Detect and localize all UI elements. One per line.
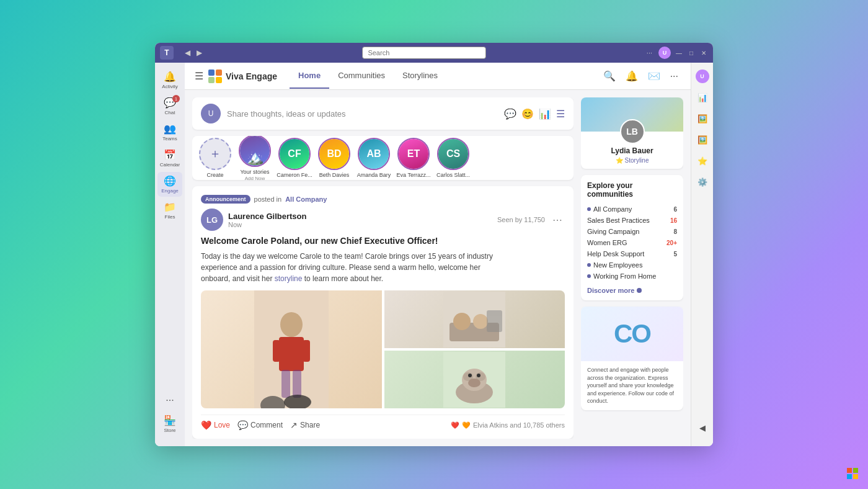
sidebar-store-button[interactable]: 🏪 Store — [157, 411, 182, 436]
story-create[interactable]: ＋ Create — [197, 138, 233, 179]
post-author-time: Now — [228, 221, 492, 228]
like-heart-2: 🧡 — [462, 421, 471, 429]
share-icon: ↗ — [290, 420, 298, 430]
communities-card: Explore your communities All Company 6 S… — [581, 175, 683, 300]
minimize-button[interactable]: — — [675, 48, 683, 57]
post-body-text2: experience and a passion for driving cul… — [201, 263, 480, 272]
feed-layout: U Share thoughts, ideas or updates 💬 😊 📊… — [185, 90, 691, 446]
right-icon-image2[interactable]: 🖼️ — [694, 131, 711, 148]
discover-more-dot — [637, 288, 642, 293]
more-options-nav[interactable]: ··· — [668, 68, 681, 84]
activity-label: Activity — [162, 84, 177, 89]
tab-home[interactable]: Home — [290, 63, 329, 89]
comment-button[interactable]: 💬 Comment — [237, 420, 283, 430]
profile-avatar: LB — [620, 119, 645, 144]
post-card: Announcement posted in All Company LG La… — [192, 186, 574, 439]
engage-icon: 🌐 — [164, 175, 176, 187]
eva-thumb: ET — [397, 138, 430, 170]
image-icon: 🖼️ — [698, 114, 707, 123]
messages-button[interactable]: ✉️ — [645, 68, 663, 84]
close-button[interactable]: ✕ — [699, 48, 708, 57]
files-label: Files — [165, 214, 175, 220]
discover-more-text: Discover more — [587, 287, 634, 294]
co-card: CO Connect and engage with people across… — [581, 307, 683, 410]
cameron-label: Cameron Fe... — [277, 172, 312, 179]
community-item-helpdesk[interactable]: Help Desk Support 5 — [587, 248, 677, 259]
notifications-button[interactable]: 🔔 — [623, 68, 640, 84]
maximize-button[interactable]: □ — [687, 48, 696, 57]
story-carlos[interactable]: CS Carlos Slatt... — [435, 138, 471, 179]
sidebar-item-activity[interactable]: 🔔 Activity — [157, 68, 182, 92]
post-storyline-link[interactable]: storyline — [275, 274, 303, 283]
create-story-button[interactable]: ＋ — [199, 138, 231, 170]
right-icon-image[interactable]: 🖼️ — [694, 110, 711, 127]
post-community-link[interactable]: All Company — [285, 195, 327, 203]
user-avatar[interactable]: U — [658, 47, 671, 59]
story-amanda[interactable]: AB Amanda Bary — [356, 138, 392, 179]
post-image-2 — [384, 290, 565, 348]
love-button[interactable]: ❤️ Love — [201, 420, 230, 430]
community-item-workingfromhome[interactable]: Working From Home — [587, 271, 677, 282]
sidebar-item-engage[interactable]: 🌐 Engage — [157, 172, 182, 197]
community-item-newemployees[interactable]: New Employees — [587, 259, 677, 271]
post-likes-text: Elvia Atkins and 10,785 others — [473, 421, 565, 429]
title-bar: T ◀ ▶ ··· U — □ ✕ — [155, 43, 713, 63]
carlos-label: Carlos Slatt... — [436, 172, 470, 179]
more-options-button[interactable]: ··· — [644, 48, 655, 58]
search-input[interactable] — [362, 47, 486, 59]
compose-box[interactable]: U Share thoughts, ideas or updates 💬 😊 📊… — [192, 97, 574, 130]
sidebar-more-button[interactable]: ··· — [157, 392, 182, 409]
right-icon-chart[interactable]: 📊 — [694, 89, 711, 106]
right-icon-settings[interactable]: ⚙️ — [694, 173, 711, 191]
post-more-options[interactable]: ⋯ — [550, 213, 565, 227]
compose-poll-icon[interactable]: 📊 — [539, 108, 551, 120]
tab-storylines[interactable]: Storylines — [394, 63, 446, 89]
compose-placeholder-text: Share thoughts, ideas or updates — [227, 109, 498, 119]
community-name-sales: Sales Best Practices — [587, 217, 650, 224]
ms-logo-blue — [847, 474, 852, 479]
search-button[interactable]: 🔍 — [601, 68, 618, 84]
discover-more-link[interactable]: Discover more — [587, 287, 677, 294]
story-beth[interactable]: BD Beth Davies — [316, 138, 352, 179]
post-body-text4: to learn more about her. — [304, 274, 383, 283]
sidebar-item-teams[interactable]: 👥 Teams — [157, 120, 182, 145]
community-item-women[interactable]: Women ERG 20+ — [587, 237, 677, 248]
post-body: Today is the day we welcome Carole to th… — [201, 251, 565, 284]
back-button[interactable]: ◀ — [182, 47, 193, 58]
community-name-giving: Giving Campaign — [587, 228, 639, 235]
forward-button[interactable]: ▶ — [194, 47, 205, 58]
compose-chat-icon[interactable]: 💬 — [504, 108, 516, 120]
post-title: Welcome Carole Poland, our new Chief Exe… — [201, 236, 565, 246]
svg-point-5 — [280, 312, 303, 337]
microsoft-logo — [847, 468, 858, 479]
svg-point-25 — [468, 379, 480, 387]
story-cameron[interactable]: CF Cameron Fe... — [277, 138, 312, 179]
story-your-stories[interactable]: 🏔️ Your stories Add Now — [237, 136, 273, 180]
community-item-sales[interactable]: Sales Best Practices 16 — [587, 215, 677, 226]
profile-storyline[interactable]: ⭐ Storyline — [586, 157, 678, 164]
tab-communities[interactable]: Communities — [329, 63, 394, 89]
eva-bg: ET — [399, 139, 428, 169]
compose-emoji-icon[interactable]: 😊 — [521, 108, 534, 120]
share-button[interactable]: ↗ Share — [290, 420, 320, 430]
svg-rect-1 — [216, 70, 222, 76]
title-bar-search-area — [205, 47, 644, 59]
hamburger-menu[interactable]: ☰ — [195, 70, 203, 82]
post-meta-posted-in: posted in — [254, 195, 282, 203]
comment-icon: 💬 — [237, 420, 248, 430]
community-item-allcompany[interactable]: All Company 6 — [587, 204, 677, 215]
right-icon-star[interactable]: ⭐ — [694, 152, 711, 169]
story-eva[interactable]: ET Eva Terrazz... — [396, 138, 432, 179]
right-icon-avatar[interactable]: U — [694, 68, 711, 85]
profile-avatar-wrap: LB — [620, 119, 645, 144]
community-count-allcompany: 6 — [673, 206, 677, 213]
sidebar-item-chat[interactable]: 1 💬 Chat — [157, 94, 182, 119]
community-item-giving[interactable]: Giving Campaign 8 — [587, 226, 677, 237]
chat-badge: 1 — [172, 95, 180, 102]
compose-list-icon[interactable]: ☰ — [556, 108, 565, 120]
sidebar-item-calendar[interactable]: 📅 Calendar — [157, 146, 182, 171]
viva-engage-app-name: Viva Engage — [226, 71, 277, 81]
collapse-panel-button[interactable]: ◀ — [694, 419, 711, 436]
image2-icon: 🖼️ — [698, 135, 707, 145]
sidebar-item-files[interactable]: 📁 Files — [157, 198, 182, 223]
